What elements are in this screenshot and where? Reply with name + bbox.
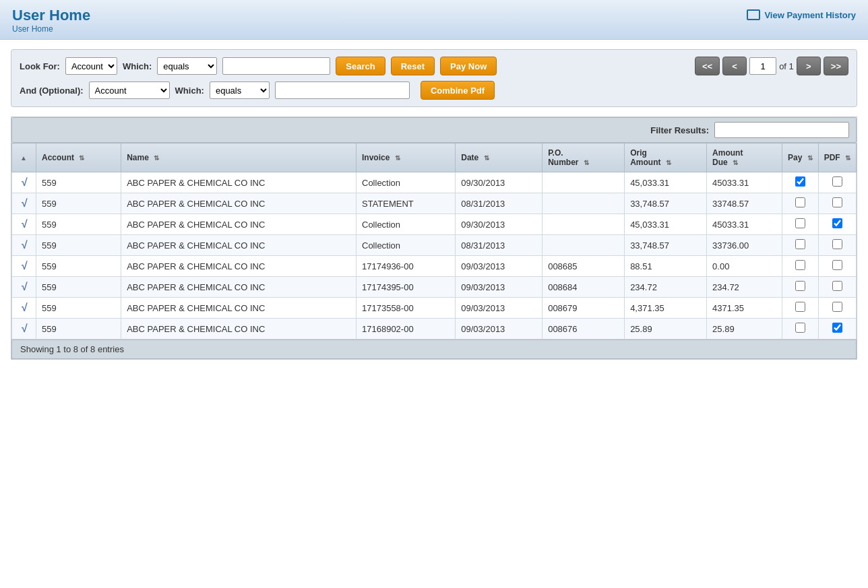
cell-orig-amount: 25.89 xyxy=(625,319,707,339)
cell-pay[interactable] xyxy=(782,277,818,298)
cell-pdf[interactable] xyxy=(818,214,856,235)
view-icon[interactable]: √ xyxy=(21,218,27,230)
search-row-1: Look For: Account Name Invoice Which: eq… xyxy=(20,57,848,75)
col-name[interactable]: Name ⇅ xyxy=(121,143,356,172)
prev-page-button[interactable]: < xyxy=(722,57,747,75)
combine-pdf-button[interactable]: Combine Pdf xyxy=(421,81,495,100)
cell-date: 09/03/2013 xyxy=(456,298,542,319)
table-row: √559ABC PAPER & CHEMICAL CO INC17173558-… xyxy=(12,298,857,319)
status-text: Showing 1 to 8 of 8 entries xyxy=(20,344,124,354)
sort-icon-arrow: ▲ xyxy=(20,154,27,162)
cell-account: 559 xyxy=(36,319,121,339)
pay-checkbox[interactable] xyxy=(795,239,805,249)
cell-po-number xyxy=(542,193,625,214)
pay-checkbox[interactable] xyxy=(795,281,805,291)
col-account[interactable]: Account ⇅ xyxy=(36,143,121,172)
cell-amount-due: 45033.31 xyxy=(707,214,782,235)
look-for-select[interactable]: Account Name Invoice xyxy=(65,57,117,75)
cell-po-number xyxy=(542,214,625,235)
cell-pay[interactable] xyxy=(782,193,818,214)
view-icon[interactable]: √ xyxy=(21,281,27,292)
cell-pdf[interactable] xyxy=(818,298,856,319)
cell-orig-amount: 45,033.31 xyxy=(625,214,707,235)
col-pdf[interactable]: PDF ⇅ xyxy=(818,143,856,172)
col-orig-amount[interactable]: OrigAmount ⇅ xyxy=(625,143,707,172)
pay-checkbox[interactable] xyxy=(795,176,805,187)
col-invoice[interactable]: Invoice ⇅ xyxy=(356,143,456,172)
next-page-button[interactable]: > xyxy=(797,57,821,75)
cell-date: 09/03/2013 xyxy=(456,319,542,339)
cell-pay[interactable] xyxy=(782,172,818,193)
cell-pdf[interactable] xyxy=(818,235,856,256)
cell-po-number: 008676 xyxy=(542,319,625,339)
cell-name: ABC PAPER & CHEMICAL CO INC xyxy=(121,214,356,235)
pay-checkbox[interactable] xyxy=(795,218,805,228)
cell-pdf[interactable] xyxy=(818,193,856,214)
pdf-checkbox[interactable] xyxy=(832,323,842,333)
view-payment-history-link[interactable]: View Payment History xyxy=(747,9,856,20)
payment-history-icon xyxy=(747,9,760,20)
which-select[interactable]: equals contains starts with xyxy=(157,57,217,75)
search-value-input[interactable] xyxy=(222,57,330,75)
view-icon[interactable]: √ xyxy=(21,260,27,271)
filter-input[interactable] xyxy=(714,122,849,138)
col-date[interactable]: Date ⇅ xyxy=(456,143,542,172)
filter-label: Filter Results: xyxy=(650,125,709,135)
cell-name: ABC PAPER & CHEMICAL CO INC xyxy=(121,277,356,298)
table-row: √559ABC PAPER & CHEMICAL CO INC17174936-… xyxy=(12,256,857,277)
cell-orig-amount: 33,748.57 xyxy=(625,235,707,256)
pdf-checkbox[interactable] xyxy=(832,260,842,270)
pdf-checkbox[interactable] xyxy=(832,176,842,187)
cell-pdf[interactable] xyxy=(818,319,856,339)
view-icon[interactable]: √ xyxy=(21,323,27,334)
table-row: √559ABC PAPER & CHEMICAL CO INCSTATEMENT… xyxy=(12,193,857,214)
cell-pdf[interactable] xyxy=(818,172,856,193)
pay-checkbox[interactable] xyxy=(795,323,805,333)
view-icon[interactable]: √ xyxy=(21,197,27,209)
cell-name: ABC PAPER & CHEMICAL CO INC xyxy=(121,235,356,256)
reset-button[interactable]: Reset xyxy=(391,57,435,75)
col-pay[interactable]: Pay ⇅ xyxy=(782,143,818,172)
cell-name: ABC PAPER & CHEMICAL CO INC xyxy=(121,193,356,214)
view-icon[interactable]: √ xyxy=(21,176,27,188)
last-page-button[interactable]: >> xyxy=(824,57,848,75)
cell-account: 559 xyxy=(36,235,121,256)
first-page-button[interactable]: << xyxy=(695,57,720,75)
cell-pay[interactable] xyxy=(782,319,818,339)
cell-pay[interactable] xyxy=(782,298,818,319)
pdf-checkbox[interactable] xyxy=(832,218,842,228)
row-icon-cell: √ xyxy=(12,298,36,319)
cell-po-number xyxy=(542,235,625,256)
cell-po-number: 008684 xyxy=(542,277,625,298)
cell-invoice: STATEMENT xyxy=(356,193,456,214)
col-po-number[interactable]: P.O.Number ⇅ xyxy=(542,143,625,172)
which-label: Which: xyxy=(123,61,152,71)
cell-pay[interactable] xyxy=(782,235,818,256)
cell-pdf[interactable] xyxy=(818,256,856,277)
pay-checkbox[interactable] xyxy=(795,260,805,270)
pdf-checkbox[interactable] xyxy=(832,239,842,249)
optional-look-for-select[interactable]: Account Name Invoice xyxy=(89,81,170,99)
col-amount-due[interactable]: AmountDue ⇅ xyxy=(707,143,782,172)
optional-which-select[interactable]: equals contains starts with xyxy=(210,81,270,99)
cell-pdf[interactable] xyxy=(818,277,856,298)
pdf-checkbox[interactable] xyxy=(832,302,842,312)
cell-invoice: Collection xyxy=(356,172,456,193)
table-row: √559ABC PAPER & CHEMICAL CO INCCollectio… xyxy=(12,172,857,193)
page-number-input[interactable] xyxy=(749,57,776,75)
view-icon[interactable]: √ xyxy=(21,239,27,251)
cell-orig-amount: 88.51 xyxy=(625,256,707,277)
pay-checkbox[interactable] xyxy=(795,302,805,312)
cell-pay[interactable] xyxy=(782,256,818,277)
table-row: √559ABC PAPER & CHEMICAL CO INCCollectio… xyxy=(12,214,857,235)
optional-value-input[interactable] xyxy=(275,81,410,99)
pay-checkbox[interactable] xyxy=(795,197,805,207)
view-icon[interactable]: √ xyxy=(21,302,27,313)
pdf-checkbox[interactable] xyxy=(832,281,842,291)
cell-pay[interactable] xyxy=(782,214,818,235)
cell-amount-due: 33748.57 xyxy=(707,193,782,214)
pay-now-button[interactable]: Pay Now xyxy=(440,57,497,75)
pdf-checkbox[interactable] xyxy=(832,197,842,207)
search-button[interactable]: Search xyxy=(336,57,385,75)
cell-orig-amount: 45,033.31 xyxy=(625,172,707,193)
